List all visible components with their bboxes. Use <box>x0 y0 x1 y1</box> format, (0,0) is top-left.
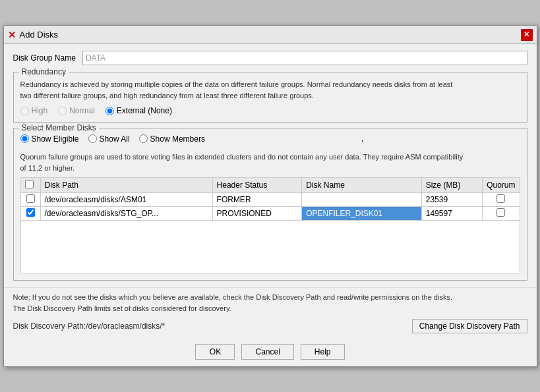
row1-quorum <box>483 193 520 207</box>
select-all-checkbox[interactable] <box>25 180 34 188</box>
redundancy-high-label: High <box>32 106 48 115</box>
row2-size-mb: 149597 <box>421 207 482 221</box>
redundancy-external-radio[interactable] <box>105 107 114 115</box>
redundancy-group-title: Redundancy <box>19 67 69 76</box>
col-header-checkbox <box>20 178 40 193</box>
col-header-disk-name: Disk Name <box>302 178 422 193</box>
member-disks-group-title: Select Member Disks <box>19 123 99 132</box>
row2-disk-name: OPENFILER_DISK01 <box>302 207 422 221</box>
redundancy-description: Redundancy is achieved by storing multip… <box>20 79 520 101</box>
row1-disk-path: /dev/oracleasm/disks/ASM01 <box>40 193 212 207</box>
help-button[interactable]: Help <box>301 344 345 360</box>
dialog-body: Disk Group Name Redundancy Redundancy is… <box>4 44 537 287</box>
row1-disk-name <box>302 193 422 207</box>
note-line2: The Disk Discovery Path limits set of di… <box>13 304 231 312</box>
row2-checkbox-cell <box>20 207 40 221</box>
row2-header-status: PROVISIONED <box>212 207 302 221</box>
member-disks-group: Select Member Disks Show Eligible Show A… <box>13 128 527 281</box>
note-line1: Note: If you do not see the disks which … <box>13 293 452 301</box>
row2-quorum-checkbox[interactable] <box>496 208 505 217</box>
row1-header-status: FORMER <box>212 193 302 207</box>
row1-checkbox-cell <box>20 193 40 207</box>
table-row: /dev/oracleasm/disks/ASM01 FORMER 23539 <box>20 193 520 207</box>
disk-table-body: /dev/oracleasm/disks/ASM01 FORMER 23539 … <box>20 193 520 221</box>
cancel-button[interactable]: Cancel <box>241 344 293 360</box>
row2-disk-path: /dev/oracleasm/disks/STG_OP... <box>40 207 212 221</box>
redundancy-external-option[interactable]: External (None) <box>105 106 172 115</box>
button-row: OK Cancel Help <box>4 339 537 366</box>
ok-button[interactable]: OK <box>195 344 235 360</box>
add-disks-dialog: ✕ Add Disks ✕ Disk Group Name Redundancy… <box>3 25 537 367</box>
show-eligible-radio[interactable] <box>20 134 29 143</box>
show-all-radio[interactable] <box>88 134 97 143</box>
disk-group-input[interactable] <box>82 51 527 65</box>
show-members-radio[interactable] <box>139 134 148 143</box>
title-bar-left: ✕ Add Disks <box>8 30 59 40</box>
show-eligible-option[interactable]: Show Eligible <box>20 134 79 144</box>
redundancy-normal-radio[interactable] <box>58 107 67 115</box>
disk-group-label: Disk Group Name <box>13 53 76 63</box>
quorum-note: Quorum failure groups are used to store … <box>20 152 520 173</box>
bottom-note: Note: If you do not see the disks which … <box>4 287 537 316</box>
disk-table: Disk Path Header Status Disk Name Size (… <box>20 177 520 221</box>
show-members-option[interactable]: Show Members <box>139 134 205 144</box>
table-row: /dev/oracleasm/disks/STG_OP... PROVISION… <box>20 207 520 221</box>
row2-quorum <box>483 207 520 221</box>
row1-checkbox[interactable] <box>26 194 35 203</box>
table-empty-area <box>20 221 520 273</box>
show-radio-group: Show Eligible Show All Show Members <box>20 134 205 144</box>
show-all-label: Show All <box>100 134 130 144</box>
redundancy-high-option[interactable]: High <box>20 106 48 115</box>
discovery-row: Disk Discovery Path:/dev/oracleasm/disks… <box>4 316 537 339</box>
redundancy-radio-group: High Normal External (None) <box>20 106 520 115</box>
redundancy-external-label: External (None) <box>117 106 172 115</box>
title-bar: ✕ Add Disks ✕ <box>4 26 537 44</box>
row2-checkbox[interactable] <box>26 208 35 217</box>
col-header-quorum: Quorum <box>483 178 520 193</box>
table-header-row: Disk Path Header Status Disk Name Size (… <box>20 178 520 193</box>
redundancy-normal-option[interactable]: Normal <box>58 106 95 115</box>
col-header-size-mb: Size (MB) <box>421 178 482 193</box>
redundancy-high-radio[interactable] <box>20 107 29 115</box>
app-icon: ✕ <box>8 30 16 40</box>
redundancy-group: Redundancy Redundancy is achieved by sto… <box>13 72 527 123</box>
change-disk-discovery-path-button[interactable]: Change Disk Discovery Path <box>412 319 527 333</box>
disk-group-row: Disk Group Name <box>13 51 527 65</box>
close-button[interactable]: ✕ <box>521 29 533 41</box>
col-header-disk-path: Disk Path <box>40 178 212 193</box>
row1-quorum-checkbox[interactable] <box>496 194 505 203</box>
redundancy-normal-label: Normal <box>69 106 95 115</box>
discovery-label: Disk Discovery Path:/dev/oracleasm/disks… <box>13 322 165 331</box>
dialog-title: Add Disks <box>20 30 59 40</box>
dot-separator: · <box>205 134 520 148</box>
col-header-header-status: Header Status <box>212 178 302 193</box>
show-members-label: Show Members <box>150 134 205 144</box>
row1-size-mb: 23539 <box>421 193 482 207</box>
show-eligible-label: Show Eligible <box>32 134 79 144</box>
show-all-option[interactable]: Show All <box>88 134 130 144</box>
